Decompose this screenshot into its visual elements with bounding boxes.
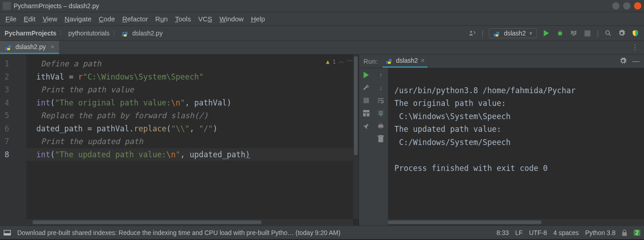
wrench-icon[interactable] [362, 84, 370, 92]
code-with-me-icon[interactable] [468, 29, 477, 37]
chevron-down-icon[interactable]: ﹀ [347, 57, 353, 65]
menu-navigate[interactable]: Navigate [62, 14, 94, 24]
breadcrumb[interactable]: PycharmProjects 〉 pythontutorials 〉 dsla… [5, 29, 162, 37]
run-settings-icon[interactable] [619, 57, 627, 65]
svg-rect-7 [364, 98, 369, 103]
chevron-up-icon[interactable]: ︿ [339, 57, 344, 65]
stop-button[interactable] [362, 96, 370, 105]
line-number: 1 [0, 57, 26, 70]
scroll-to-end-icon[interactable] [377, 109, 385, 117]
caret-position[interactable]: 8:33 [497, 229, 509, 236]
lock-icon[interactable] [622, 230, 627, 236]
maximize-button[interactable] [623, 2, 630, 10]
chevron-right-icon: 〉 [59, 29, 65, 37]
run-button[interactable] [542, 29, 551, 37]
menu-tools[interactable]: Tools [172, 14, 194, 24]
file-encoding[interactable]: UTF-8 [529, 229, 547, 236]
print-icon[interactable] [377, 122, 385, 130]
menu-code[interactable]: Code [96, 14, 118, 24]
layout-icon[interactable] [362, 109, 370, 117]
python-file-icon [121, 31, 128, 37]
pin-icon[interactable] [362, 122, 370, 130]
navigation-toolbar: PycharmProjects 〉 pythontutorials 〉 dsla… [0, 25, 644, 41]
minimize-button[interactable] [612, 2, 619, 10]
svg-rect-8 [363, 110, 369, 112]
stop-button[interactable] [583, 29, 591, 37]
python-interpreter[interactable]: Python 3.8 [585, 229, 615, 236]
code-text: ithVal [36, 72, 64, 81]
window-title: PycharmProjects – dslash2.py [14, 2, 99, 10]
search-everywhere-button[interactable] [604, 29, 612, 37]
console-line: C:\Windows\System\Speech [394, 112, 511, 121]
down-arrow-icon[interactable]: ↓ [377, 84, 385, 92]
indent-setting[interactable]: 4 spaces [553, 229, 579, 236]
run-configuration-selector[interactable]: dslash2 ▼ [489, 28, 537, 38]
inspection-badge[interactable]: ▲ 1 ︿ ﹀ [326, 57, 353, 65]
run-tab-label: dslash2 [396, 57, 418, 64]
run-label: Run: [364, 58, 378, 65]
python-file-icon [5, 45, 11, 51]
breadcrumb-file[interactable]: dslash2.py [132, 30, 162, 37]
run-console[interactable]: /usr/bin/python3.8 /home/fahmida/Pychar … [388, 68, 644, 225]
menu-refactor[interactable]: Refactor [119, 14, 151, 24]
editor-tab-options[interactable]: ⋮ [626, 41, 644, 54]
soft-wrap-icon[interactable] [377, 96, 385, 105]
debug-button[interactable] [556, 29, 564, 37]
line-separator[interactable]: LF [515, 229, 522, 236]
menu-file[interactable]: File [3, 14, 19, 24]
code-text: Print the updated path [36, 137, 143, 146]
code-text: Replace the path by forward slash(/) [36, 111, 208, 120]
svg-rect-16 [379, 135, 382, 136]
svg-point-3 [470, 31, 472, 33]
window-titlebar: PycharmProjects – dslash2.py [0, 0, 644, 12]
console-line: The original path value: [394, 99, 506, 108]
rerun-button[interactable] [362, 71, 370, 79]
editor-horizontal-scrollbar[interactable] [26, 219, 353, 225]
status-bar: Download pre-built shared indexes: Reduc… [0, 225, 644, 239]
notifications-badge[interactable]: 2 [634, 230, 640, 236]
run-tool-header: Run: dslash2 ✕ — [359, 55, 644, 68]
line-number: 5 [0, 109, 26, 122]
coverage-button[interactable] [570, 29, 578, 37]
settings-button[interactable] [618, 29, 626, 37]
line-number: 6 [0, 122, 26, 135]
hide-tool-window-icon[interactable]: — [632, 57, 639, 65]
breadcrumb-root[interactable]: PycharmProjects [5, 30, 56, 37]
breadcrumb-folder[interactable]: pythontutorials [68, 30, 109, 37]
code-text: Define a path [36, 59, 101, 68]
close-tab-icon[interactable]: ✕ [421, 58, 425, 64]
console-horizontal-scrollbar[interactable] [388, 219, 644, 225]
line-number: 3 [0, 83, 26, 96]
svg-point-6 [606, 31, 610, 35]
run-toolbar-left [359, 68, 374, 225]
editor-tabs: dslash2.py ✕ ⋮ [0, 41, 644, 55]
menu-view[interactable]: View [40, 14, 60, 24]
editor-tab-label: dslash2.py [15, 43, 46, 50]
svg-rect-5 [585, 30, 590, 36]
close-window-button[interactable] [634, 2, 641, 10]
menu-edit[interactable]: Edit [21, 14, 38, 24]
run-tab-dslash2[interactable]: dslash2 ✕ [383, 55, 428, 68]
menu-window[interactable]: Window [217, 14, 246, 24]
line-number: 8 [0, 148, 26, 161]
code-editor[interactable]: 1 2 3 4 5 6 7 8 ▲ 1 ︿ ﹀ Define a path it… [0, 55, 359, 225]
menu-run[interactable]: Run [152, 14, 171, 24]
status-message[interactable]: Download pre-built shared indexes: Reduc… [17, 229, 490, 236]
svg-rect-13 [379, 127, 382, 128]
menu-help[interactable]: Help [248, 14, 268, 24]
svg-rect-12 [379, 124, 382, 125]
line-number: 7 [0, 135, 26, 148]
line-number: 2 [0, 70, 26, 84]
run-config-name: dslash2 [504, 30, 526, 37]
tool-window-quick-access-icon[interactable] [4, 230, 11, 236]
chevron-right-icon: 〉 [112, 29, 118, 37]
editor-vertical-scrollbar[interactable] [353, 55, 359, 219]
ide-shield-icon[interactable] [631, 29, 639, 37]
svg-rect-14 [379, 137, 383, 142]
editor-tab-dslash2[interactable]: dslash2.py ✕ [0, 41, 59, 54]
trash-icon[interactable] [377, 135, 385, 143]
up-arrow-icon[interactable]: ↑ [377, 71, 385, 79]
chevron-down-icon: ▼ [528, 31, 533, 36]
menu-vcs[interactable]: VCS [196, 14, 215, 24]
close-tab-icon[interactable]: ✕ [50, 44, 54, 50]
